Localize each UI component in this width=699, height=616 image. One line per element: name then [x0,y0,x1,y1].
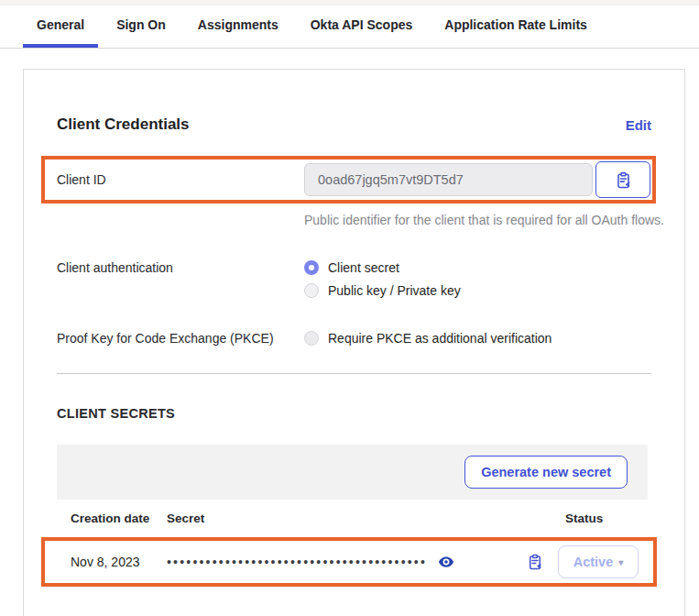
tab-assignments[interactable]: Assignments [184,6,292,48]
client-authentication-options: Client secret Public key / Private key [304,260,461,298]
generate-new-secret-button[interactable]: Generate new secret [464,456,628,489]
client-credentials-card: Client Credentials Edit Client ID 0oad67… [23,69,685,616]
radio-selected-icon[interactable] [304,260,319,275]
pkce-row: Proof Key for Code Exchange (PKCE) Requi… [57,331,651,346]
secrets-table-header: Creation date Secret Status [57,500,648,538]
tab-application-rate-limits[interactable]: Application Rate Limits [431,6,601,48]
reveal-secret-button[interactable] [436,552,456,572]
client-id-label: Client ID [57,172,304,187]
copy-client-id-button[interactable] [595,161,650,198]
status-dropdown-button[interactable]: Active ▾ [558,545,639,578]
copy-secret-button[interactable] [525,552,545,572]
section-header: Client Credentials Edit [57,116,651,134]
pkce-label: Proof Key for Code Exchange (PKCE) [57,331,304,346]
radio-client-secret[interactable]: Client secret [304,260,461,275]
copy-secret-cell [512,552,558,572]
status-badge: Active [573,555,614,569]
caret-down-icon: ▾ [618,557,623,567]
client-id-highlight-box: Client ID 0oad67jgq5m7vt9DT5d7 [41,156,656,204]
client-secrets-table: Generate new secret Creation date Secret… [57,445,648,587]
client-id-help-text: Public identifier for the client that is… [304,209,671,231]
column-secret: Secret [167,512,519,525]
pkce-option[interactable]: Require PKCE as additional verification [304,331,552,346]
client-authentication-label: Client authentication [57,260,304,275]
app-tabbar: General Sign On Assignments Okta API Sco… [0,6,699,49]
tab-general[interactable]: General [23,6,98,48]
tab-okta-api-scopes[interactable]: Okta API Scopes [297,6,427,48]
section-divider [57,373,651,374]
column-creation-date: Creation date [57,512,167,525]
secret-creation-date: Nov 8, 2023 [57,555,167,569]
checkbox-unchecked-icon[interactable] [304,331,319,346]
section-title: Client Credentials [57,116,190,134]
client-secrets-title: CLIENT SECRETS [57,406,651,421]
radio-unselected-icon[interactable] [304,283,319,298]
secret-cell: •••••••••••••••••••••••••••••••••••••••• [167,552,512,572]
radio-client-secret-label: Client secret [328,260,399,275]
edit-link[interactable]: Edit [626,117,651,133]
column-status: Status [565,512,648,525]
secrets-table-toolbar: Generate new secret [57,445,648,500]
table-row: Nov 8, 2023 ••••••••••••••••••••••••••••… [45,541,653,583]
masked-secret-value: •••••••••••••••••••••••••••••••••••••••• [167,555,427,569]
client-authentication-row: Client authentication Client secret Publ… [57,260,651,298]
radio-public-private-key[interactable]: Public key / Private key [304,283,461,298]
eye-icon [438,554,454,570]
clipboard-copy-icon [527,554,543,570]
secret-row-highlight-box: Nov 8, 2023 ••••••••••••••••••••••••••••… [41,537,657,587]
client-id-field-group: 0oad67jgq5m7vt9DT5d7 [304,161,650,198]
pkce-option-label: Require PKCE as additional verification [328,331,552,346]
clipboard-copy-icon [615,171,632,189]
client-id-value-field[interactable]: 0oad67jgq5m7vt9DT5d7 [304,163,593,196]
tab-sign-on[interactable]: Sign On [103,6,180,48]
status-cell: Active ▾ [558,545,640,578]
radio-public-private-key-label: Public key / Private key [328,283,461,298]
